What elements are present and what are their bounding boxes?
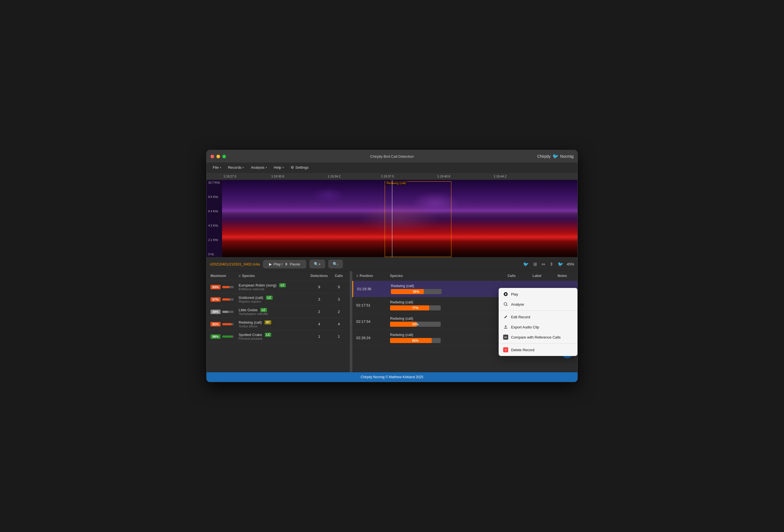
calls-count: 1 bbox=[332, 334, 346, 338]
filter-icon[interactable]: ≡ bbox=[356, 274, 358, 278]
branding-left: Chirpity bbox=[537, 154, 551, 158]
menubar: File ▾ Records ▾ Analysis ▾ Help ▾ ⚙ Set… bbox=[206, 162, 578, 173]
detection-label: Redwing (call) bbox=[386, 181, 408, 185]
species-row[interactable]: 67% Goldcrest (call) LC Regulus regulus … bbox=[206, 293, 350, 306]
menu-records[interactable]: Records ▾ bbox=[225, 164, 247, 171]
detection-position: 02:17:54 bbox=[356, 319, 390, 324]
panel-divider bbox=[350, 271, 352, 372]
col-header-calls: Calls bbox=[332, 274, 346, 278]
freq-label-5: 2.1 KHz bbox=[208, 238, 220, 241]
iucn-badge: LC bbox=[265, 333, 271, 337]
delete-icon: ✕ bbox=[503, 347, 508, 352]
detection-species: Redwing (call) 77% bbox=[390, 300, 500, 311]
traffic-lights bbox=[211, 155, 226, 158]
zoom-out-button[interactable]: 🔍- bbox=[328, 260, 343, 268]
context-menu-divider-1 bbox=[499, 311, 578, 311]
filter-icon[interactable]: ≡ bbox=[239, 274, 241, 278]
col-header-notes: Notes bbox=[551, 274, 573, 278]
ctx-play[interactable]: Play bbox=[499, 289, 578, 299]
titlebar: Chirpity Bird Call Detection Chirpity 🐦 … bbox=[206, 150, 578, 162]
species-row[interactable]: 82% Redwing (call) NT Turdus iliacus 4 4 bbox=[206, 318, 350, 330]
gear-icon: ⚙ bbox=[291, 165, 294, 170]
maximize-button[interactable] bbox=[222, 155, 226, 158]
col-header-species-r: Species bbox=[390, 274, 500, 278]
menu-analysis[interactable]: Analysis ▾ bbox=[248, 164, 270, 171]
chevron-down-icon: ▾ bbox=[283, 166, 284, 169]
species-panel: Maximum ≡ Species Detections Calls 63% bbox=[206, 271, 350, 372]
detection-box: Redwing (call) bbox=[385, 181, 451, 257]
calls-count: 3 bbox=[332, 297, 346, 301]
close-button[interactable] bbox=[211, 155, 214, 158]
species-name: Spotted Crake bbox=[239, 333, 262, 337]
ctx-delete[interactable]: ✕ Delete Record bbox=[499, 345, 578, 355]
time-marker-3: 1:19:34.2 bbox=[328, 175, 340, 178]
bird-icon: 🐦 bbox=[552, 153, 559, 159]
freq-labels: 10.7 KHz 8.6 KHz 6.4 KHz 4.3 KHz 2.1 KHz… bbox=[206, 180, 222, 257]
pct-badge: 63% bbox=[211, 285, 221, 289]
play-icon bbox=[503, 292, 508, 297]
footer-text: Chirpity Nocmig © Matthew Kirkland 2025 bbox=[361, 375, 423, 379]
chevron-down-icon: ▾ bbox=[220, 166, 221, 169]
analyse-icon bbox=[503, 302, 508, 307]
pct-badge: 88% bbox=[211, 334, 221, 339]
detections-panel-header: ≡ Position Species Calls Label Notes bbox=[352, 271, 578, 281]
spectrogram-tool-button[interactable]: 🐦 bbox=[522, 260, 530, 268]
main-content: Maximum ≡ Species Detections Calls 63% bbox=[206, 271, 578, 372]
ctx-export[interactable]: Export Audio Clip bbox=[499, 322, 578, 332]
spectrogram-container: 1:19:27.5 1:19:30.8 1:19:34.2 1:19:37.5 … bbox=[206, 173, 578, 257]
iucn-badge: LC bbox=[279, 283, 286, 287]
detections-count: 9 bbox=[306, 285, 332, 289]
zoom-in-icon: 🔍+ bbox=[314, 262, 321, 266]
freq-label-1: 10.7 KHz bbox=[208, 181, 220, 184]
pct-bar-fill bbox=[222, 298, 230, 301]
col-header-detections: Detections bbox=[306, 274, 332, 278]
play-pause-button[interactable]: ▶ Play / ⏸ Pause bbox=[263, 260, 306, 268]
context-menu: Play Analyse Edit Record bbox=[499, 288, 578, 356]
calls-count: 2 bbox=[332, 309, 346, 314]
time-marker-1: 1:19:27.5 bbox=[223, 175, 236, 178]
spectrogram-body[interactable]: 10.7 KHz 8.6 KHz 6.4 KHz 4.3 KHz 2.1 KHz… bbox=[206, 180, 578, 257]
col-header-maximum: Maximum bbox=[211, 274, 239, 278]
pause-icon: ⏸ bbox=[284, 262, 288, 266]
zoom-in-button[interactable]: 🔍+ bbox=[310, 260, 325, 268]
play-icon: ▶ bbox=[269, 262, 272, 266]
chevron-down-icon: ▾ bbox=[265, 166, 267, 169]
pct-bar-fill bbox=[222, 311, 228, 313]
col-header-label: Label bbox=[523, 274, 551, 278]
col-header-species: ≡ Species bbox=[239, 274, 306, 278]
branding-right: Nocmig bbox=[560, 154, 573, 158]
pct-badge: 49% bbox=[211, 309, 221, 314]
species-row[interactable]: 49% Little Grebe LC Tachybaptus ruficoll… bbox=[206, 306, 350, 318]
species-row[interactable]: 63% European Robin (song) LC Erithacus r… bbox=[206, 281, 350, 293]
detections-count: 4 bbox=[306, 322, 332, 326]
ctx-analyse[interactable]: Analyse bbox=[499, 299, 578, 309]
menu-settings[interactable]: ⚙ Settings bbox=[288, 164, 311, 171]
freq-label-3: 6.4 KHz bbox=[208, 210, 220, 213]
species-latin: Erithacus rubecula bbox=[239, 287, 306, 291]
export-icon bbox=[503, 324, 508, 329]
ctx-compare[interactable]: xc Compare with Reference Calls bbox=[499, 332, 578, 342]
species-row[interactable]: 88% Spotted Crake LC Porzana porzana 1 1 bbox=[206, 330, 350, 343]
col-header-calls-r: Calls bbox=[500, 274, 523, 278]
transport-bar: #20210401/210331_0402.m4a ▶ Play / ⏸ Pau… bbox=[206, 257, 578, 271]
grid-tool-button[interactable]: ⊞ bbox=[532, 260, 538, 268]
expand-tool-button[interactable]: ⇔ bbox=[540, 260, 546, 268]
freq-label-6: 0 Hz bbox=[208, 253, 220, 256]
ctx-edit[interactable]: Edit Record bbox=[499, 312, 578, 322]
menu-help[interactable]: Help ▾ bbox=[271, 164, 287, 171]
split-tool-button[interactable]: ⇕ bbox=[549, 260, 554, 268]
zoom-percentage: 45% bbox=[567, 262, 574, 266]
time-ruler: 1:19:27.5 1:19:30.8 1:19:34.2 1:19:37.5 … bbox=[206, 173, 578, 180]
bird-filter-button[interactable]: 🐦 bbox=[557, 260, 564, 268]
svg-rect-4 bbox=[504, 328, 507, 328]
menu-file[interactable]: File ▾ bbox=[210, 164, 224, 171]
minimize-button[interactable] bbox=[216, 155, 220, 158]
transport-controls-right: 🐦 ⊞ ⇔ ⇕ 🐦 45% bbox=[522, 260, 574, 268]
freq-label-4: 4.3 KHz bbox=[208, 224, 220, 227]
app-window: Chirpity Bird Call Detection Chirpity 🐦 … bbox=[206, 150, 578, 382]
time-marker-2: 1:19:30.8 bbox=[271, 175, 284, 178]
branding: Chirpity 🐦 Nocmig bbox=[537, 153, 573, 159]
time-marker-6: 1:19:44.2 bbox=[494, 175, 507, 178]
svg-point-2 bbox=[504, 302, 507, 305]
detection-species: Redwing (call) 82% bbox=[390, 333, 500, 343]
